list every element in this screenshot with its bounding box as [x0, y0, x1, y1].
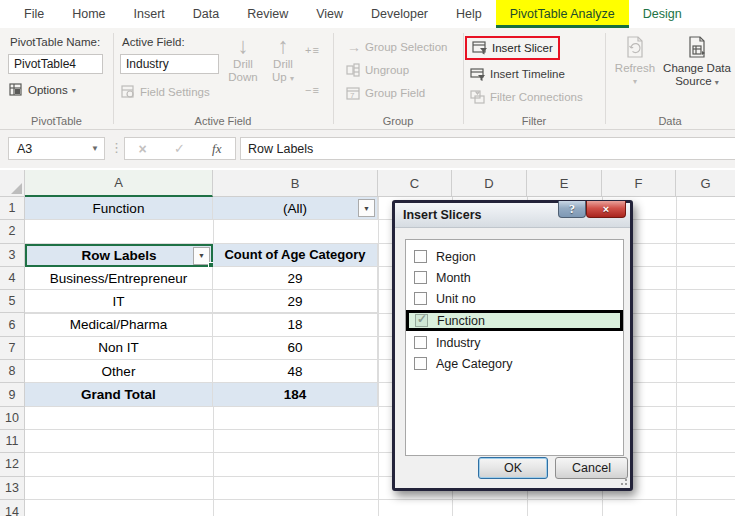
checkbox-age-category[interactable] — [414, 357, 427, 370]
column-header-c[interactable]: C — [378, 170, 452, 197]
checkbox-unit-no[interactable] — [414, 292, 427, 305]
field-label: Region — [436, 250, 476, 264]
tab-view[interactable]: View — [302, 0, 357, 28]
row-header[interactable]: 2 — [0, 220, 25, 243]
cell-a4[interactable]: Business/Entrepreneur — [25, 267, 213, 290]
column-header-g[interactable]: G — [676, 170, 735, 197]
row-header[interactable]: 5 — [0, 290, 25, 313]
insert-slicer-label: Insert Slicer — [492, 42, 553, 54]
row-header[interactable]: 13 — [0, 477, 25, 500]
report-filter-dropdown-button[interactable]: ▼ — [358, 199, 375, 217]
row-header[interactable]: 3 — [0, 244, 25, 267]
cell-b3-value-header[interactable]: Count of Age Category — [213, 244, 378, 267]
row-header[interactable]: 12 — [0, 453, 25, 476]
field-option-industry[interactable]: Industry — [406, 332, 623, 353]
row-header[interactable]: 9 — [0, 383, 25, 406]
name-box[interactable]: A3 ▼ — [8, 137, 105, 160]
cell-b9-grand-total-value[interactable]: 184 — [213, 383, 378, 406]
row-header[interactable]: 7 — [0, 337, 25, 360]
ribbon: PivotTable Name: PivotTable4 Options ▾ P… — [0, 28, 735, 130]
cell-a8[interactable]: Other — [25, 360, 213, 383]
dialog-help-button[interactable]: ? — [558, 201, 586, 218]
change-data-source-label-2: Source ▾ — [675, 75, 719, 89]
dialog-title: Insert Slicers — [403, 208, 482, 222]
dropdown-arrow-icon: ▼ — [363, 205, 370, 212]
cell-b7[interactable]: 60 — [213, 337, 378, 360]
pivottable-name-input[interactable]: PivotTable4 — [8, 54, 103, 74]
select-all-corner[interactable] — [0, 170, 25, 197]
name-box-dropdown-icon[interactable]: ▼ — [91, 144, 99, 153]
checkbox-region[interactable] — [414, 250, 427, 263]
tab-pivottable-analyze[interactable]: PivotTable Analyze — [496, 0, 629, 28]
cell-a1-report-filter-label[interactable]: Function — [25, 197, 213, 220]
field-label: Function — [437, 314, 485, 328]
row-header[interactable]: 4 — [0, 267, 25, 290]
column-header-d[interactable]: D — [452, 170, 527, 197]
ribbon-separator — [333, 33, 334, 124]
options-icon — [8, 82, 24, 98]
checkbox-month[interactable] — [414, 271, 427, 284]
tab-home[interactable]: Home — [58, 0, 119, 28]
column-header-e[interactable]: E — [527, 170, 602, 197]
tab-review[interactable]: Review — [233, 0, 302, 28]
cell-a3-row-labels[interactable]: Row Labels ▼ — [25, 244, 213, 267]
ribbon-separator — [605, 33, 606, 124]
dialog-title-bar[interactable]: Insert Slicers ? × — [395, 203, 630, 228]
tab-design[interactable]: Design — [629, 0, 696, 28]
slicer-field-list: Region Month Unit no ✓ Function Industry… — [405, 239, 624, 456]
cell-a5[interactable]: IT — [25, 290, 213, 313]
drill-down-arrow-icon: ↓ — [238, 34, 249, 58]
change-data-source-button[interactable]: Change Data Source ▾ — [662, 34, 732, 89]
row-header[interactable]: 6 — [0, 313, 25, 336]
gridline — [676, 197, 677, 516]
tab-developer[interactable]: Developer — [357, 0, 442, 28]
checkbox-function-checked[interactable]: ✓ — [415, 314, 428, 327]
resize-grip-icon[interactable] — [617, 475, 627, 485]
insert-slicer-button[interactable]: Insert Slicer — [465, 36, 560, 60]
insert-function-icon[interactable]: fx — [212, 141, 221, 157]
insert-slicers-dialog: Insert Slicers ? × Region Month Unit no … — [392, 200, 633, 491]
cell-a6[interactable]: Medical/Pharma — [25, 314, 213, 337]
chevron-down-icon: ▾ — [633, 75, 637, 88]
formula-buttons: × ✓ fx — [124, 137, 236, 160]
cell-b8[interactable]: 48 — [213, 360, 378, 383]
field-option-region[interactable]: Region — [406, 246, 623, 267]
insert-timeline-button[interactable]: Insert Timeline — [470, 66, 565, 82]
active-field-input[interactable]: Industry — [120, 54, 219, 74]
drill-up-label-1: Drill — [273, 58, 293, 71]
cell-b5[interactable]: 29 — [213, 290, 378, 313]
row-header[interactable]: 14 — [0, 500, 25, 516]
checkbox-industry[interactable] — [414, 336, 427, 349]
cell-a7[interactable]: Non IT — [25, 337, 213, 360]
tab-insert[interactable]: Insert — [120, 0, 179, 28]
row-header[interactable]: 11 — [0, 430, 25, 453]
refresh-icon — [621, 34, 649, 62]
formula-input[interactable]: Row Labels — [240, 137, 735, 160]
tab-help[interactable]: Help — [442, 0, 496, 28]
tab-file[interactable]: File — [10, 0, 58, 28]
confirm-entry-icon[interactable]: ✓ — [174, 141, 185, 156]
filter-value-text: (All) — [283, 201, 307, 216]
dialog-close-button[interactable]: × — [586, 201, 626, 218]
cancel-entry-icon[interactable]: × — [139, 141, 147, 157]
cell-b6[interactable]: 18 — [213, 314, 378, 337]
field-option-unit-no[interactable]: Unit no — [406, 288, 623, 309]
cell-a9-grand-total[interactable]: Grand Total — [25, 383, 213, 406]
field-option-age-category[interactable]: Age Category — [406, 353, 623, 374]
field-option-function[interactable]: ✓ Function — [406, 310, 623, 331]
drill-up-label-2: Up ▾ — [272, 71, 294, 85]
cell-b4[interactable]: 29 — [213, 267, 378, 290]
active-field-label: Active Field: — [122, 36, 185, 48]
pivottable-options-button[interactable]: Options ▾ — [8, 82, 76, 98]
row-header[interactable]: 10 — [0, 407, 25, 430]
column-header-f[interactable]: F — [602, 170, 676, 197]
row-header[interactable]: 1 — [0, 197, 25, 220]
ok-button[interactable]: OK — [478, 457, 548, 479]
row-header[interactable]: 8 — [0, 360, 25, 383]
cell-b1-report-filter-value[interactable]: (All) ▼ — [213, 197, 378, 220]
column-header-b[interactable]: B — [213, 170, 378, 197]
tab-data[interactable]: Data — [179, 0, 233, 28]
ungroup-button: Ungroup — [345, 62, 409, 78]
column-header-a[interactable]: A — [25, 170, 213, 197]
field-option-month[interactable]: Month — [406, 267, 623, 288]
